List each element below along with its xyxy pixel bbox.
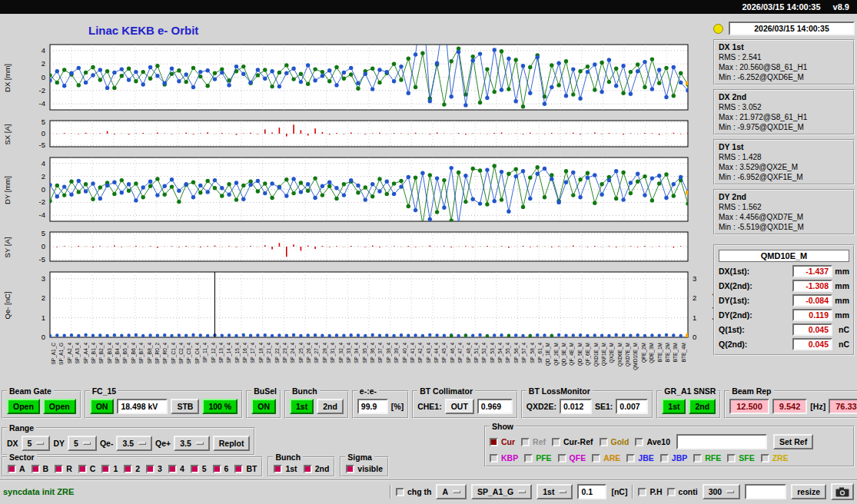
checkbox[interactable] bbox=[32, 465, 40, 473]
show-cur-checkbox[interactable]: Cur bbox=[490, 437, 515, 446]
busel-on-button[interactable]: ON bbox=[251, 399, 276, 414]
checkbox[interactable] bbox=[727, 454, 736, 463]
sector-a-checkbox[interactable]: A bbox=[8, 464, 25, 473]
checkbox[interactable] bbox=[124, 465, 132, 473]
aux-input[interactable] bbox=[745, 484, 786, 499]
show-sfe-checkbox[interactable]: SFE bbox=[727, 453, 754, 463]
show-kbp-checkbox[interactable]: KBP bbox=[490, 453, 518, 463]
gr-snsr-1st-button[interactable]: 1st bbox=[662, 399, 686, 414]
bunch-1st-checkbox[interactable]: 1st bbox=[274, 464, 297, 473]
show-pfe-checkbox[interactable]: PFE bbox=[524, 453, 551, 463]
show-zre-checkbox[interactable]: ZRE bbox=[761, 453, 789, 463]
sigma-visible-checkbox[interactable]: visible bbox=[346, 464, 383, 473]
checkbox[interactable] bbox=[635, 438, 643, 446]
checkbox[interactable] bbox=[168, 465, 177, 473]
snapshot-button[interactable] bbox=[831, 483, 854, 500]
show-qfe-checkbox[interactable]: QFE bbox=[558, 453, 586, 463]
show-cur-ref-checkbox[interactable]: Cur-Ref bbox=[552, 437, 593, 446]
x-tick-label: SP_42_4 bbox=[417, 343, 424, 386]
sector-bt-checkbox[interactable]: BT bbox=[234, 464, 257, 473]
sector-c-checkbox[interactable]: C bbox=[78, 464, 96, 473]
checkbox[interactable] bbox=[191, 465, 199, 473]
checkbox[interactable] bbox=[521, 438, 530, 446]
conti-checkbox-item[interactable]: conti bbox=[667, 487, 698, 496]
show-rfe-checkbox[interactable]: RFE bbox=[693, 453, 721, 463]
checkbox[interactable] bbox=[524, 454, 533, 463]
se1-value[interactable] bbox=[616, 399, 648, 414]
show-ref-checkbox[interactable]: Ref bbox=[521, 437, 546, 446]
monitor-row: DX(2nd):-1.308mm bbox=[719, 280, 849, 292]
chg-th-checkbox-item[interactable]: chg th bbox=[396, 487, 432, 496]
checkbox[interactable] bbox=[234, 465, 243, 473]
sector-3-checkbox[interactable]: 3 bbox=[146, 464, 162, 473]
replot-button[interactable]: Replot bbox=[213, 436, 251, 451]
fc15-on-button[interactable]: ON bbox=[90, 399, 115, 414]
checkbox[interactable] bbox=[693, 454, 702, 463]
svg-text:SX [A]: SX [A] bbox=[3, 124, 12, 145]
show-are-checkbox[interactable]: ARE bbox=[592, 453, 620, 463]
sector-5-checkbox[interactable]: 5 bbox=[191, 464, 207, 473]
checkbox[interactable] bbox=[761, 454, 769, 463]
checkbox[interactable] bbox=[552, 438, 560, 446]
bunch-2nd-button[interactable]: 2nd bbox=[317, 399, 344, 414]
check-label: A bbox=[19, 464, 25, 473]
checkbox[interactable] bbox=[592, 454, 600, 463]
bunch-1st-button[interactable]: 1st bbox=[290, 399, 314, 414]
conti-checkbox[interactable] bbox=[667, 488, 676, 496]
bunch-order-select[interactable]: 1st bbox=[536, 484, 573, 499]
set-ref-button[interactable]: Set Ref bbox=[773, 434, 813, 449]
resize-button[interactable]: resize bbox=[791, 484, 826, 499]
checkbox[interactable] bbox=[78, 465, 87, 473]
ph-checkbox[interactable] bbox=[638, 488, 646, 496]
beam-gate-open-button-1[interactable]: Open bbox=[7, 399, 40, 414]
x-tick-label: SP_48_4 bbox=[465, 343, 473, 386]
checkbox[interactable] bbox=[558, 454, 566, 463]
monitor-row-value: -0.084 bbox=[792, 294, 832, 307]
sector-4-checkbox[interactable]: 4 bbox=[168, 464, 184, 473]
fc15-kv-value[interactable] bbox=[117, 399, 168, 414]
sector-1-checkbox[interactable]: 1 bbox=[101, 464, 118, 473]
gr-snsr-2nd-button[interactable]: 2nd bbox=[689, 399, 716, 414]
checkbox[interactable] bbox=[101, 465, 110, 473]
che1-value[interactable] bbox=[477, 399, 513, 414]
threshold-input[interactable] bbox=[577, 484, 606, 499]
show-jbp-checkbox[interactable]: JBP bbox=[660, 453, 687, 463]
ph-checkbox-item[interactable]: P.H bbox=[638, 487, 662, 496]
range-dx-select[interactable]: 5 bbox=[22, 436, 51, 451]
sector-2-checkbox[interactable]: 2 bbox=[124, 464, 140, 473]
range-qem-select[interactable]: 3.5 bbox=[116, 436, 152, 451]
chg-th-checkbox[interactable] bbox=[396, 488, 404, 496]
qxd2e-value[interactable] bbox=[560, 399, 592, 414]
range-dy-select[interactable]: 5 bbox=[68, 436, 97, 451]
sp-select[interactable]: SP_A1_G bbox=[471, 484, 532, 499]
interval-select[interactable]: 300 bbox=[703, 484, 741, 499]
monitor-rows: DX(1st):-1.437mmDX(2nd):-1.308mmDY(1st):… bbox=[719, 265, 849, 350]
ee-ratio-value[interactable] bbox=[357, 399, 388, 414]
sector-b-checkbox[interactable]: B bbox=[32, 464, 49, 473]
ref-file-input[interactable] bbox=[676, 434, 767, 449]
x-tick-label: QXF1E_M bbox=[600, 343, 608, 386]
checkbox[interactable] bbox=[490, 454, 498, 463]
che1-out-button[interactable]: OUT bbox=[445, 399, 474, 414]
checkbox[interactable] bbox=[346, 465, 354, 473]
checkbox[interactable] bbox=[8, 465, 16, 473]
checkbox[interactable] bbox=[660, 454, 669, 463]
sector-r-checkbox[interactable]: R bbox=[55, 464, 72, 473]
range-qep-select[interactable]: 3.5 bbox=[174, 436, 210, 451]
show-jbe-checkbox[interactable]: JBE bbox=[626, 453, 653, 463]
checkbox[interactable] bbox=[304, 465, 312, 473]
beam-gate-open-button-2[interactable]: Open bbox=[43, 399, 76, 414]
fc15-stb-button[interactable]: STB bbox=[171, 399, 199, 414]
checkbox[interactable] bbox=[490, 438, 498, 446]
show-ave10-checkbox[interactable]: Ave10 bbox=[635, 437, 670, 446]
checkbox[interactable] bbox=[146, 465, 154, 473]
show-gold-checkbox[interactable]: Gold bbox=[600, 437, 629, 446]
bunch-2nd-checkbox[interactable]: 2nd bbox=[304, 464, 330, 473]
sector-6-checkbox[interactable]: 6 bbox=[213, 464, 229, 473]
sector-select[interactable]: A bbox=[436, 484, 467, 499]
checkbox[interactable] bbox=[213, 465, 221, 473]
checkbox[interactable] bbox=[274, 465, 282, 473]
checkbox[interactable] bbox=[626, 454, 635, 463]
checkbox[interactable] bbox=[55, 465, 63, 473]
checkbox[interactable] bbox=[600, 438, 608, 446]
